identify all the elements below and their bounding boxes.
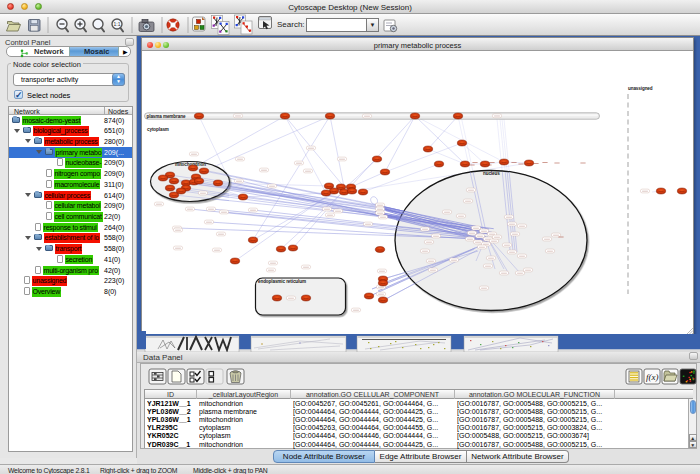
svg-text:unassigned: unassigned bbox=[628, 86, 653, 91]
svg-text:plasma membrane: plasma membrane bbox=[147, 114, 186, 119]
svg-text:cytoplasm: cytoplasm bbox=[147, 127, 169, 132]
svg-text:f(x): f(x) bbox=[646, 372, 659, 382]
svg-text:1:1: 1:1 bbox=[114, 21, 121, 27]
svg-text:nucleus: nucleus bbox=[483, 171, 500, 176]
svg-text:endoplasmic reticulum: endoplasmic reticulum bbox=[258, 279, 306, 284]
